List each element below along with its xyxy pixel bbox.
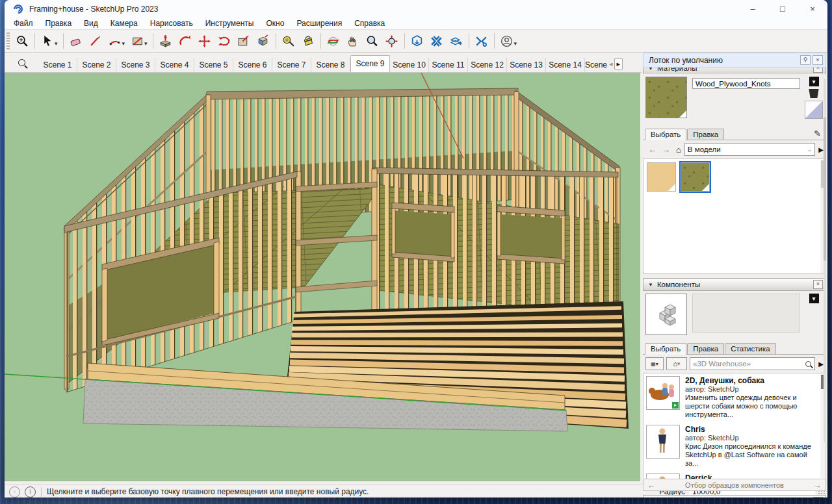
close-button[interactable]: × (798, 0, 827, 18)
components-home-icon[interactable]: ⌂▾ (666, 357, 687, 370)
materials-tab-select[interactable]: Выбрать (645, 129, 686, 140)
trimble-connect-icon[interactable] (427, 32, 447, 50)
zoom-window-icon[interactable] (12, 32, 32, 50)
scene-tab-8[interactable]: Scene 8 (311, 58, 350, 72)
share-model-icon[interactable] (447, 32, 466, 50)
follow-me-icon[interactable] (176, 32, 195, 50)
materials-tab-edit[interactable]: Правка (687, 129, 724, 140)
component-item-thumb: ▸ (646, 376, 680, 410)
menu-draw[interactable]: Нарисовать (150, 19, 193, 28)
move-icon[interactable] (195, 32, 214, 50)
components-close-icon[interactable]: × (813, 280, 823, 289)
line-icon[interactable] (86, 32, 105, 50)
scene-tab-9-active[interactable]: Scene 9 (350, 55, 390, 72)
scene-tab-15[interactable]: Scene 15 (585, 58, 608, 72)
secondary-pane-icon[interactable]: ▾ (809, 77, 819, 86)
materials-close-icon[interactable]: × (813, 68, 823, 73)
menu-file[interactable]: Файл (14, 19, 33, 28)
scene-tab-10[interactable]: Scene 10 (390, 58, 429, 72)
material-swatch-wood[interactable] (647, 162, 676, 192)
components-tab-edit[interactable]: Правка (687, 343, 724, 354)
maximize-button[interactable]: □ (768, 0, 798, 18)
orbit-icon[interactable] (324, 32, 343, 50)
scene-tab-5[interactable]: Scene 5 (194, 58, 233, 72)
menu-tools[interactable]: Инструменты (205, 19, 254, 28)
scene-tab-13[interactable]: Scene 13 (507, 58, 546, 72)
back-icon[interactable]: ← (648, 145, 656, 155)
3d-cube-tool-icon[interactable] (254, 32, 273, 50)
tape-measure-icon[interactable] (279, 32, 298, 50)
components-tab-select[interactable]: Выбрать (645, 343, 686, 355)
view-options-icon[interactable]: ▦▾ (645, 357, 664, 370)
zoom-icon[interactable] (363, 32, 382, 50)
arc-caret-icon[interactable]: ▾ (122, 40, 125, 47)
collections-dropdown[interactable]: В модели ⌄ (684, 143, 815, 156)
materials-header-label: Материалы (657, 68, 813, 72)
components-search-box[interactable] (690, 357, 815, 370)
geolocation-icon[interactable]: ◦ (9, 486, 20, 498)
component-item[interactable]: Derrick автор: SketchUp (646, 473, 819, 479)
collapse-icon[interactable]: ▼ (648, 68, 653, 71)
menu-edit[interactable]: Правка (46, 19, 72, 28)
scene-tab-3[interactable]: Scene 3 (116, 58, 155, 72)
material-name-input[interactable] (692, 78, 800, 89)
menu-view[interactable]: Вид (84, 19, 98, 28)
scene-tab-6[interactable]: Scene 6 (233, 58, 272, 72)
scene-tab-1[interactable]: Scene 1 (38, 58, 77, 72)
tabs-scroll-right-icon[interactable]: ▸ (614, 58, 623, 69)
tray-pin-icon[interactable]: ⚲ (800, 55, 811, 65)
footer-prev-icon[interactable]: ← (647, 481, 655, 490)
active-material-thumbnail[interactable] (645, 77, 687, 118)
paint-bucket-icon[interactable] (298, 32, 318, 50)
in-model-home-icon[interactable]: ⌂ (676, 145, 681, 155)
3d-warehouse-icon[interactable] (408, 32, 427, 50)
tabs-scroll-left-icon[interactable]: ◂ (609, 60, 613, 68)
info-icon[interactable]: i (25, 486, 36, 498)
secondary-pane-icon[interactable]: ▾ (809, 294, 819, 303)
shapes-caret-icon[interactable]: ▾ (144, 40, 148, 47)
rotate-icon[interactable] (214, 32, 234, 50)
components-detail-arrow-icon[interactable]: ▶ (818, 360, 824, 368)
select-caret-icon[interactable]: ▾ (55, 40, 58, 47)
components-tab-stats[interactable]: Статистика (725, 343, 775, 354)
styles-header[interactable]: ▼ Стили × (643, 495, 826, 498)
material-swatch-plywood-selected[interactable] (681, 162, 710, 192)
tray-close-icon[interactable]: × (812, 55, 823, 65)
zoom-extents-icon[interactable] (382, 32, 402, 50)
create-material-icon[interactable] (808, 89, 820, 98)
scene-tab-2[interactable]: Scene 2 (77, 58, 116, 72)
account-caret-icon[interactable]: ▾ (514, 40, 517, 47)
scene-tab-12[interactable]: Scene 12 (468, 58, 507, 72)
scene-tab-11[interactable]: Scene 11 (429, 58, 468, 72)
components-search-input[interactable] (693, 360, 805, 368)
eraser-icon[interactable] (66, 32, 86, 50)
styles-close-icon[interactable]: × (813, 497, 823, 498)
component-item[interactable]: Chris автор: SketchUp Крис Дизон присоед… (646, 425, 819, 468)
toolbar-drag-handle[interactable] (6, 32, 10, 49)
menu-extensions[interactable]: Расширения (296, 19, 342, 28)
component-thumbnail[interactable] (645, 294, 687, 335)
menu-window[interactable]: Окно (266, 19, 284, 28)
footer-next-icon[interactable]: → (814, 481, 822, 490)
push-pull-icon[interactable] (156, 32, 176, 50)
default-material-sample[interactable] (805, 101, 823, 119)
menu-camera[interactable]: Камера (110, 19, 138, 28)
scene-search-button[interactable] (5, 54, 38, 72)
minimize-button[interactable]: – (738, 0, 768, 18)
menu-help[interactable]: Справка (354, 19, 385, 28)
sample-paint-eyedropper-icon[interactable]: ✎ (814, 129, 821, 138)
extension-manager-icon[interactable] (472, 32, 491, 50)
forward-icon[interactable]: → (662, 145, 670, 155)
model-canvas (5, 73, 640, 481)
pan-icon[interactable] (343, 32, 363, 50)
components-header[interactable]: ▼ Компоненты × (643, 278, 826, 291)
viewport-3d[interactable] (5, 73, 640, 481)
scene-tab-7[interactable]: Scene 7 (272, 58, 311, 72)
tray-scrollbar[interactable] (824, 79, 826, 442)
materials-detail-arrow-icon[interactable]: ▶ (818, 146, 824, 153)
scene-tab-14[interactable]: Scene 14 (546, 58, 585, 72)
scene-tab-4[interactable]: Scene 4 (155, 58, 194, 72)
component-item[interactable]: ▸ 2D, Девушки, собака автор: SketchUp Из… (646, 376, 819, 419)
offset-icon[interactable] (234, 32, 254, 50)
component-preview-row: ▾ (643, 291, 826, 342)
